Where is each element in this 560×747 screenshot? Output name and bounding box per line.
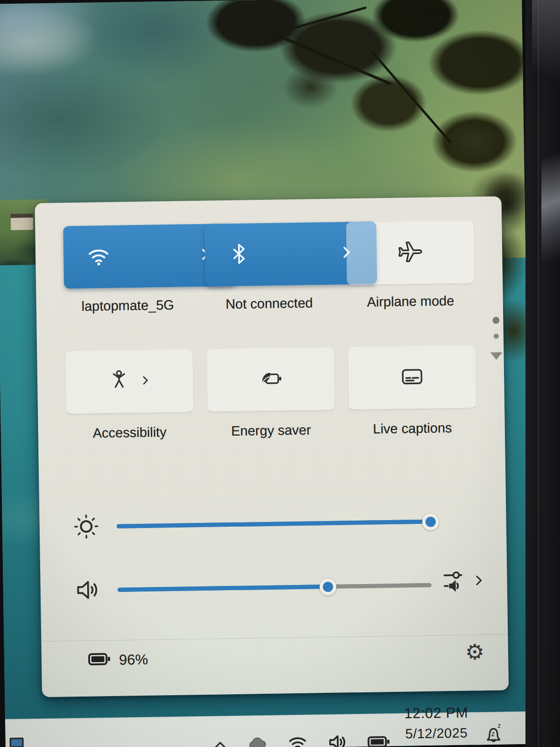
brightness-icon <box>71 511 101 543</box>
sound-output-chevron-icon[interactable] <box>471 573 486 589</box>
wifi-tile-label: laptopmate_5G <box>58 297 198 314</box>
system-tray <box>210 731 392 747</box>
live-captions-icon <box>399 363 426 392</box>
desktop: 12:02 PM 5/12/2025 z z <box>0 0 533 747</box>
airplane-mode-tile[interactable] <box>346 220 475 285</box>
clock-time: 12:02 PM <box>404 705 468 722</box>
live-captions-tile[interactable] <box>348 345 476 410</box>
wifi-icon <box>86 243 112 271</box>
desktop-pc-icon[interactable] <box>7 735 26 747</box>
svg-text:z: z <box>497 722 501 729</box>
panel-divider <box>41 634 508 641</box>
svg-text:z: z <box>491 730 495 738</box>
brightness-slider[interactable] <box>117 520 431 529</box>
battery-percent-label: 96% <box>119 651 148 669</box>
monitor-bezel <box>525 0 560 747</box>
energy-saver-tile-label: Energy saver <box>201 422 341 439</box>
battery-status[interactable]: 96% <box>87 649 148 671</box>
energy-saver-tile[interactable] <box>206 347 335 412</box>
quick-settings-panel: laptopmate_5G Not connected Airplane mod… <box>35 196 509 697</box>
clock-date: 5/12/2025 <box>405 726 469 742</box>
page-indicator-dot[interactable] <box>494 334 499 339</box>
volume-slider-fill <box>118 585 328 592</box>
accessibility-tile[interactable] <box>65 349 194 414</box>
volume-slider-thumb[interactable] <box>319 578 336 595</box>
brightness-slider-thumb[interactable] <box>422 513 439 530</box>
wallpaper-house <box>11 213 34 230</box>
tray-volume-icon[interactable] <box>325 731 350 747</box>
bluetooth-icon <box>227 242 251 268</box>
brightness-slider-fill <box>117 520 431 529</box>
airplane-icon <box>397 238 424 268</box>
volume-icon[interactable] <box>74 576 102 606</box>
accessibility-expand-chevron-icon[interactable] <box>139 374 151 388</box>
tray-battery-icon[interactable] <box>365 731 392 747</box>
sound-output-icon[interactable] <box>442 569 465 595</box>
taskbar-clock[interactable]: 12:02 PM 5/12/2025 <box>404 705 469 742</box>
settings-gear-icon[interactable]: ⚙ <box>465 641 485 663</box>
do-not-disturb-bell-icon[interactable]: z z <box>481 720 506 747</box>
bluetooth-tile-label: Not connected <box>199 295 339 312</box>
page-indicator-dot-active[interactable] <box>492 317 499 324</box>
wallpaper-leaves <box>167 0 525 221</box>
accessibility-tile-label: Accessibility <box>60 424 200 441</box>
live-captions-tile-label: Live captions <box>343 420 483 437</box>
bezel-reflection <box>541 151 560 265</box>
battery-icon <box>87 649 112 671</box>
tray-cloud-icon[interactable] <box>245 733 270 747</box>
background-glow <box>532 0 560 107</box>
monitor-screen: 12:02 PM 5/12/2025 z z <box>0 0 543 747</box>
scroll-down-arrow-icon[interactable] <box>490 352 502 359</box>
accessibility-icon <box>107 369 131 395</box>
tray-show-hidden-icons[interactable] <box>210 733 230 747</box>
tray-wifi-icon[interactable] <box>285 732 310 747</box>
volume-slider[interactable] <box>118 583 432 592</box>
airplane-mode-tile-label: Airplane mode <box>341 293 481 310</box>
energy-saver-icon <box>258 365 284 394</box>
